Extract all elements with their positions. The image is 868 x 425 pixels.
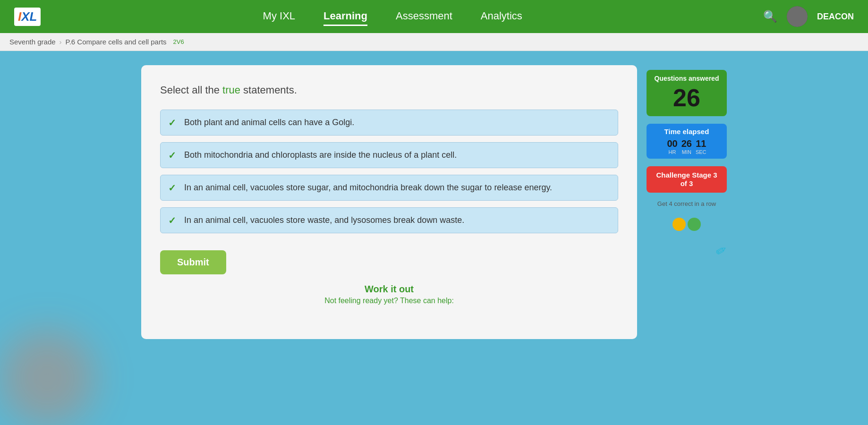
star-2 — [688, 218, 701, 231]
answer-text-1: Both plant and animal cells can have a G… — [184, 118, 354, 128]
answer-text-3: In an animal cell, vacuoles store sugar,… — [184, 183, 552, 193]
avatar[interactable] — [787, 6, 808, 27]
nav-my-ixl[interactable]: My IXL — [263, 8, 295, 26]
check-icon-4: ✓ — [168, 215, 176, 226]
answer-option-2[interactable]: ✓ Both mitochondria and chloroplasts are… — [160, 142, 618, 168]
work-it-out-section: Work it out Not feeling ready yet? These… — [160, 284, 618, 305]
answer-option-3[interactable]: ✓ In an animal cell, vacuoles store suga… — [160, 175, 618, 201]
time-hr-label: HR — [669, 149, 676, 155]
questions-answered-count: 26 — [653, 85, 720, 111]
breadcrumb-grade[interactable]: Seventh grade — [9, 38, 56, 46]
nav-learning-label[interactable]: Learning — [323, 8, 367, 26]
time-hr-unit: 00 HR — [667, 138, 677, 155]
breadcrumb: Seventh grade › P.6 Compare cells and ce… — [0, 33, 868, 51]
time-sec-unit: 11 SEC — [696, 138, 706, 155]
questions-answered-box: Questions answered 26 — [647, 70, 727, 116]
nav-analytics[interactable]: Analytics — [481, 8, 522, 26]
nav-assessment-label[interactable]: Assessment — [396, 8, 452, 25]
sidebar: Questions answered 26 Time elapsed 00 HR… — [647, 65, 727, 339]
prompt-end: statements. — [240, 84, 297, 96]
challenge-box: Challenge Stage 3 of 3 — [647, 166, 727, 193]
answer-option-4[interactable]: ✓ In an animal cell, vacuoles store wast… — [160, 207, 618, 233]
time-sec-digits: 11 — [696, 138, 706, 149]
pencil-icon[interactable]: ✏ — [713, 241, 730, 260]
avatar-image — [787, 6, 808, 27]
pencil-icon-container: ✏ — [647, 243, 727, 259]
time-min-digits: 26 — [681, 138, 692, 149]
work-it-out-title: Work it out — [160, 284, 618, 295]
time-elapsed-label: Time elapsed — [653, 128, 720, 136]
nav-my-ixl-label[interactable]: My IXL — [263, 8, 295, 25]
breadcrumb-separator: › — [60, 38, 62, 46]
questions-answered-label: Questions answered — [653, 75, 720, 83]
star-1 — [672, 218, 686, 231]
question-card: Select all the true statements. ✓ Both p… — [141, 65, 637, 339]
answer-text-2: Both mitochondria and chloroplasts are i… — [184, 150, 457, 160]
nav-learning[interactable]: Learning — [323, 8, 367, 26]
time-elapsed-box: Time elapsed 00 HR 26 MIN 11 SEC — [647, 124, 727, 159]
stars-row — [647, 218, 727, 231]
main-nav: My IXL Learning Assessment Analytics — [22, 8, 763, 26]
main-content: Select all the true statements. ✓ Both p… — [0, 51, 868, 353]
nav-assessment[interactable]: Assessment — [396, 8, 452, 26]
breadcrumb-code: 2V6 — [173, 38, 184, 45]
time-sec-label: SEC — [696, 149, 706, 155]
answer-option-1[interactable]: ✓ Both plant and animal cells can have a… — [160, 110, 618, 136]
question-prompt: Select all the true statements. — [160, 84, 618, 96]
work-it-out-subtitle: Not feeling ready yet? These can help: — [160, 297, 618, 305]
check-icon-1: ✓ — [168, 117, 176, 128]
search-icon[interactable]: 🔍 — [763, 10, 777, 23]
answer-options: ✓ Both plant and animal cells can have a… — [160, 110, 618, 233]
nav-active-indicator — [341, 26, 350, 32]
time-min-unit: 26 MIN — [681, 138, 692, 155]
breadcrumb-lesson[interactable]: P.6 Compare cells and cell parts — [66, 38, 167, 46]
time-elapsed-display: 00 HR 26 MIN 11 SEC — [653, 138, 720, 155]
challenge-label: Challenge Stage 3 of 3 — [653, 171, 720, 188]
nav-analytics-label[interactable]: Analytics — [481, 8, 522, 25]
username-label: DEACON — [817, 12, 854, 22]
app-header: I XL My IXL Learning Assessment Analytic… — [0, 0, 868, 33]
time-min-label: MIN — [682, 149, 691, 155]
get-correct-label: Get 4 correct in a row — [647, 200, 727, 208]
check-icon-3: ✓ — [168, 182, 176, 194]
time-hr-digits: 00 — [667, 138, 677, 149]
header-right: 🔍 DEACON — [763, 6, 854, 27]
answer-text-4: In an animal cell, vacuoles store waste,… — [184, 215, 464, 225]
prompt-start: Select all the — [160, 84, 222, 96]
check-icon-2: ✓ — [168, 150, 176, 161]
prompt-highlight: true — [222, 84, 240, 96]
submit-button[interactable]: Submit — [160, 250, 226, 274]
